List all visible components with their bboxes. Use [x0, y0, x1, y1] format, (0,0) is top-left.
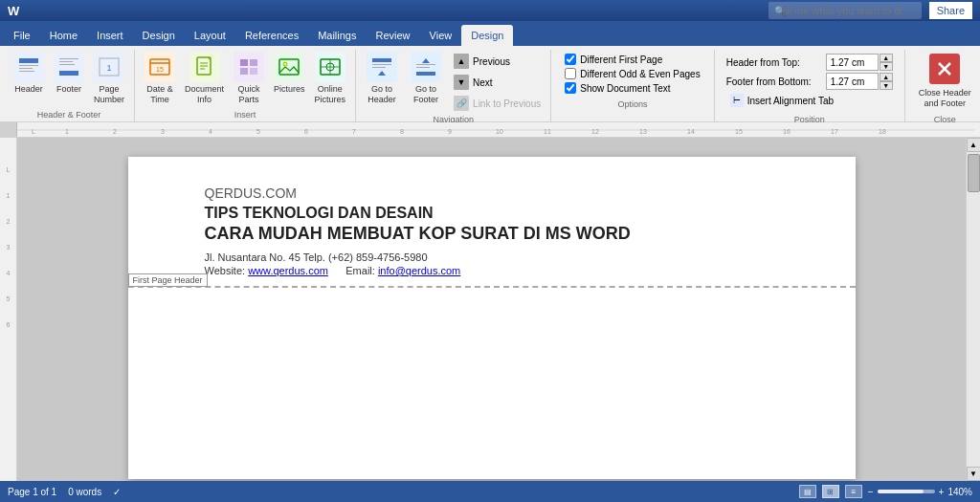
svg-text:15: 15	[735, 128, 743, 135]
different-first-page-option[interactable]: Different First Page	[565, 54, 700, 65]
header-from-top-label: Header from Top:	[726, 57, 822, 68]
go-to-header-label: Go to Header	[368, 84, 396, 105]
header-from-top-spinners: ▲ ▼	[880, 54, 893, 71]
tab-design[interactable]: Design	[133, 25, 185, 46]
main-area: L 1 2 3 4 5 6 QERDUS.COM TIPS TEKNOLOGI …	[0, 138, 980, 481]
go-to-header-button[interactable]: Go to Header	[362, 50, 402, 113]
zoom-out-button[interactable]: −	[868, 487, 874, 497]
search-input[interactable]	[768, 2, 922, 19]
previous-button[interactable]: ▲ Previous	[450, 52, 545, 71]
website-link[interactable]: www.qerdus.com	[248, 265, 328, 276]
share-button[interactable]: Share	[929, 2, 972, 19]
spelling-icon: ✓	[113, 487, 121, 497]
svg-text:3: 3	[161, 128, 165, 135]
tab-view[interactable]: View	[420, 25, 462, 46]
read-mode-button[interactable]: ⊞	[822, 485, 839, 498]
close-x-icon	[929, 54, 960, 84]
options-group: Different First Page Different Odd & Eve…	[551, 50, 714, 121]
tab-file[interactable]: File	[4, 25, 40, 46]
different-first-page-checkbox[interactable]	[565, 54, 576, 65]
header-from-top-input[interactable]: 1.27 cm	[826, 54, 879, 71]
svg-rect-3	[19, 71, 34, 72]
doc-info-icon	[189, 52, 220, 82]
go-to-footer-button[interactable]: Go to Footer	[406, 50, 446, 113]
ruler-left-margin	[0, 122, 17, 137]
header-footer-group: Header Footer 1 Page Number Header & Foo…	[4, 50, 135, 121]
show-document-text-option[interactable]: Show Document Text	[565, 82, 700, 94]
status-right: ▤ ⊞ ≡ − + 140%	[799, 485, 972, 498]
svg-rect-17	[240, 59, 248, 66]
next-button[interactable]: ▼ Next	[450, 73, 545, 92]
date-time-button[interactable]: 15 Date & Time	[141, 50, 179, 107]
title-word-icon: W	[8, 4, 19, 18]
tab-home[interactable]: Home	[40, 25, 87, 46]
svg-text:L: L	[32, 128, 35, 135]
svg-rect-33	[416, 67, 430, 68]
svg-text:2: 2	[113, 128, 117, 135]
company-web-line: Website: www.qerdus.com Email: info@qerd…	[205, 265, 779, 276]
footer-from-bottom-down[interactable]: ▼	[880, 81, 893, 90]
svg-text:8: 8	[400, 128, 404, 135]
zoom-slider[interactable]	[878, 490, 935, 493]
left-ruler: L 1 2 3 4 5 6	[0, 138, 17, 481]
svg-marker-30	[378, 71, 386, 76]
header-from-top-down[interactable]: ▼	[880, 62, 893, 71]
zoom-controls: − + 140%	[868, 487, 972, 497]
right-scrollbar[interactable]: ▲ ▼	[966, 138, 980, 481]
different-odd-even-option[interactable]: Different Odd & Even Pages	[565, 68, 700, 79]
tab-insert[interactable]: Insert	[87, 25, 133, 46]
doc-info-button[interactable]: Document Info	[181, 50, 228, 107]
online-pictures-button[interactable]: Online Pictures	[311, 50, 350, 107]
show-document-text-checkbox[interactable]	[565, 82, 576, 94]
footer-from-bottom-input[interactable]: 1.27 cm	[826, 73, 879, 90]
svg-rect-27	[372, 58, 391, 62]
header-from-top-up[interactable]: ▲	[880, 54, 893, 62]
next-icon: ▼	[454, 75, 469, 90]
close-header-footer-button[interactable]: Close Header and Footer	[911, 50, 979, 113]
title-bar-left: W	[8, 4, 19, 18]
svg-rect-7	[59, 71, 78, 76]
email-link[interactable]: info@qerdus.com	[378, 265, 460, 276]
page-number-button[interactable]: 1 Page Number	[90, 50, 128, 107]
scroll-down-button[interactable]: ▼	[967, 467, 981, 481]
footer-from-bottom-label: Footer from Bottom:	[726, 76, 822, 87]
word-count: 0 words	[68, 487, 101, 497]
document-page: QERDUS.COM TIPS TEKNOLOGI DAN DESAIN CAR…	[128, 157, 856, 479]
tab-mailings[interactable]: Mailings	[308, 25, 366, 46]
tab-layout[interactable]: Layout	[185, 25, 235, 46]
insert-group-label: Insert	[234, 110, 256, 120]
ribbon-tabs: File Home Insert Design Layout Reference…	[0, 21, 980, 46]
header-label: Header	[14, 84, 43, 95]
quick-parts-button[interactable]: Quick Parts	[230, 50, 268, 107]
footer-from-bottom-up[interactable]: ▲	[880, 73, 893, 81]
page-info: Page 1 of 1	[8, 487, 56, 497]
insert-alignment-tab-button[interactable]: ⊢ Insert Alignment Tab	[726, 92, 893, 109]
print-layout-button[interactable]: ▤	[799, 485, 816, 498]
tab-references[interactable]: References	[235, 25, 308, 46]
pictures-button[interactable]: Pictures	[270, 50, 309, 97]
link-to-previous-button[interactable]: 🔗 Link to Previous	[450, 94, 545, 113]
different-odd-even-checkbox[interactable]	[565, 68, 576, 79]
svg-rect-0	[19, 58, 38, 63]
web-layout-button[interactable]: ≡	[845, 485, 862, 498]
tab-design-active[interactable]: Design	[461, 25, 513, 46]
scroll-up-button[interactable]: ▲	[967, 138, 981, 152]
zoom-in-button[interactable]: +	[939, 487, 945, 497]
footer-from-bottom-row: Footer from Bottom: 1.27 cm ▲ ▼	[726, 73, 893, 90]
tab-review[interactable]: Review	[367, 25, 420, 46]
company-address: Jl. Nusantara No. 45 Telp. (+62) 859-475…	[205, 251, 779, 263]
scroll-thumb[interactable]	[968, 154, 980, 192]
document-area[interactable]: QERDUS.COM TIPS TEKNOLOGI DAN DESAIN CAR…	[17, 138, 966, 481]
svg-text:15: 15	[156, 66, 164, 73]
svg-text:6: 6	[304, 128, 308, 135]
scroll-track[interactable]	[967, 152, 980, 467]
first-page-header-label: First Page Header	[128, 273, 208, 287]
footer-button[interactable]: Footer	[50, 50, 88, 97]
svg-rect-32	[416, 64, 435, 65]
zoom-level: 140%	[947, 487, 972, 497]
header-button[interactable]: Header	[10, 50, 48, 97]
previous-label: Previous	[473, 56, 510, 67]
svg-text:14: 14	[687, 128, 695, 135]
link-icon: 🔗	[454, 96, 469, 111]
svg-text:13: 13	[639, 128, 647, 135]
